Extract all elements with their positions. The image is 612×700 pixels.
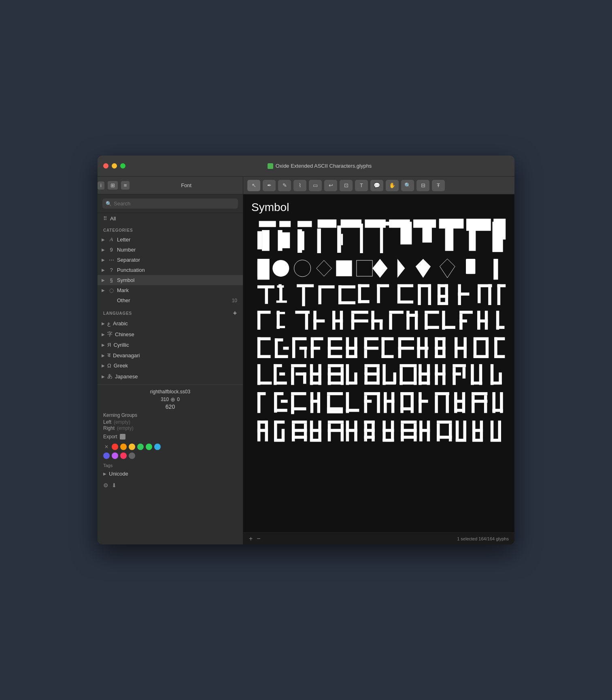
info-button[interactable]: i — [98, 181, 104, 190]
export-checkbox[interactable] — [120, 434, 125, 440]
svg-rect-156 — [486, 340, 489, 358]
color-swatch-blue[interactable] — [154, 444, 161, 450]
hand-tool-button[interactable]: ✋ — [386, 180, 399, 191]
svg-rect-46 — [321, 285, 335, 288]
grid-view-button[interactable]: ⊞ — [108, 181, 118, 190]
search-input[interactable] — [114, 201, 235, 207]
type-button[interactable]: Ŧ — [432, 180, 445, 191]
color-swatch-red[interactable] — [112, 444, 118, 450]
svg-rect-65 — [438, 302, 448, 305]
svg-rect-30 — [257, 262, 261, 277]
add-language-button[interactable]: + — [233, 309, 237, 317]
svg-rect-60 — [428, 284, 431, 305]
sidebar-item-devanagari[interactable]: ▶ ड Devanagari — [98, 350, 243, 361]
svg-rect-185 — [376, 367, 379, 375]
color-swatch-green[interactable] — [137, 444, 144, 450]
remove-glyph-button[interactable]: − — [257, 535, 260, 542]
svg-rect-70 — [488, 284, 491, 305]
list-view-button[interactable]: ≡ — [121, 181, 130, 190]
sidebar-item-chinese[interactable]: ▶ 字 Chinese — [98, 329, 243, 340]
svg-rect-44 — [302, 287, 305, 306]
svg-rect-313 — [491, 439, 501, 442]
color-swatch-mint[interactable] — [146, 444, 152, 450]
svg-rect-274 — [318, 420, 321, 441]
cursor-tool-button[interactable]: ↖ — [247, 180, 260, 191]
close-button[interactable] — [103, 163, 108, 169]
svg-rect-174 — [328, 364, 344, 367]
sidebar-item-japanese[interactable]: ▶ あ Japanese — [98, 371, 243, 382]
kerning-left-label: Left — [103, 419, 111, 425]
sidebar-item-cyrillic[interactable]: ▶ Я Cyrillic — [98, 340, 243, 350]
svg-rect-306 — [456, 439, 466, 442]
sidebar-item-other[interactable]: ▶ Other 10 — [98, 295, 243, 305]
svg-rect-36 — [493, 259, 498, 280]
sidebar-item-greek[interactable]: ▶ Ω Greek — [98, 361, 243, 371]
svg-rect-123 — [311, 347, 320, 350]
cyrillic-label: Cyrillic — [113, 342, 129, 348]
svg-rect-247 — [446, 392, 448, 413]
svg-rect-55 — [397, 284, 413, 287]
pen-tool-button[interactable]: ✒ — [263, 180, 276, 191]
svg-rect-132 — [364, 337, 379, 340]
speech-button[interactable]: 💬 — [370, 180, 383, 191]
all-glyphs-item[interactable]: ⠿ All — [98, 213, 243, 224]
separator-arrow: ▶ — [102, 258, 105, 262]
undo-button[interactable]: ↩ — [324, 180, 337, 191]
tag-unicode-item[interactable]: ▶ Unicode — [103, 470, 237, 478]
sidebar-item-separator[interactable]: ▶ ⋯ Separator — [98, 255, 243, 265]
svg-rect-27 — [469, 224, 476, 251]
move-value: 0 — [177, 397, 180, 402]
sidebar-item-mark[interactable]: ▶ ◌ Mark — [98, 285, 243, 295]
svg-rect-252 — [472, 392, 487, 395]
panel-font-label: Font — [181, 182, 191, 188]
sidebar-item-symbol[interactable]: ▶ § Symbol — [98, 275, 243, 285]
svg-rect-41 — [279, 287, 282, 302]
svg-rect-26 — [445, 224, 454, 251]
minimize-button[interactable] — [112, 163, 117, 169]
greek-icon: Ω — [107, 363, 111, 369]
svg-rect-253 — [472, 395, 474, 413]
svg-rect-182 — [364, 364, 379, 367]
add-glyph-button[interactable]: + — [249, 535, 253, 542]
color-swatch-gray[interactable] — [129, 452, 135, 459]
color-swatch-pink[interactable] — [120, 452, 127, 459]
svg-rect-85 — [340, 311, 343, 330]
transform-button[interactable]: ⊡ — [340, 180, 353, 191]
svg-rect-181 — [354, 372, 357, 384]
color-swatch-indigo[interactable] — [103, 452, 110, 459]
sidebar-item-arabic[interactable]: ▶ ع Arabic — [98, 318, 243, 329]
text-tool-button[interactable]: T — [355, 180, 368, 191]
svg-rect-51 — [358, 284, 370, 287]
svg-rect-135 — [364, 350, 367, 358]
color-swatch-purple[interactable] — [112, 452, 118, 459]
japanese-arrow: ▶ — [102, 374, 105, 379]
brush-tool-button[interactable]: ⌇ — [293, 180, 306, 191]
color-swatch-orange[interactable] — [120, 444, 127, 450]
svg-rect-195 — [414, 367, 416, 385]
color-swatch-yellow[interactable] — [129, 444, 135, 450]
fullscreen-button[interactable] — [120, 163, 125, 169]
download-icon[interactable]: ⬇ — [112, 482, 117, 489]
tag-unicode-arrow: ▶ — [103, 472, 106, 476]
sidebar-item-letter[interactable]: ▶ A Letter — [98, 234, 243, 245]
svg-rect-262 — [265, 420, 268, 441]
svg-rect-25 — [423, 222, 432, 242]
sidebar-item-number[interactable]: ▶ 9 Number — [98, 245, 243, 255]
sidebar-item-punctuation[interactable]: ▶ ? Punctuation — [98, 265, 243, 275]
svg-rect-169 — [303, 372, 306, 384]
scale-button[interactable]: ⊟ — [416, 180, 429, 191]
svg-rect-74 — [257, 311, 260, 330]
svg-rect-72 — [497, 284, 506, 287]
clear-color-button[interactable]: ✕ — [103, 444, 110, 450]
svg-rect-18 — [317, 228, 321, 253]
svg-rect-12 — [257, 231, 262, 250]
rect-tool-button[interactable]: ▭ — [309, 180, 322, 191]
pencil-tool-button[interactable]: ✎ — [278, 180, 291, 191]
search-input-wrap[interactable]: 🔍 — [102, 198, 238, 209]
svg-rect-266 — [282, 429, 285, 440]
other-count: 10 — [232, 298, 237, 303]
settings-icon[interactable]: ⚙ — [103, 482, 108, 489]
glyph-grid[interactable] — [243, 218, 514, 532]
zoom-button[interactable]: 🔍 — [401, 180, 414, 191]
svg-rect-37 — [257, 285, 274, 288]
